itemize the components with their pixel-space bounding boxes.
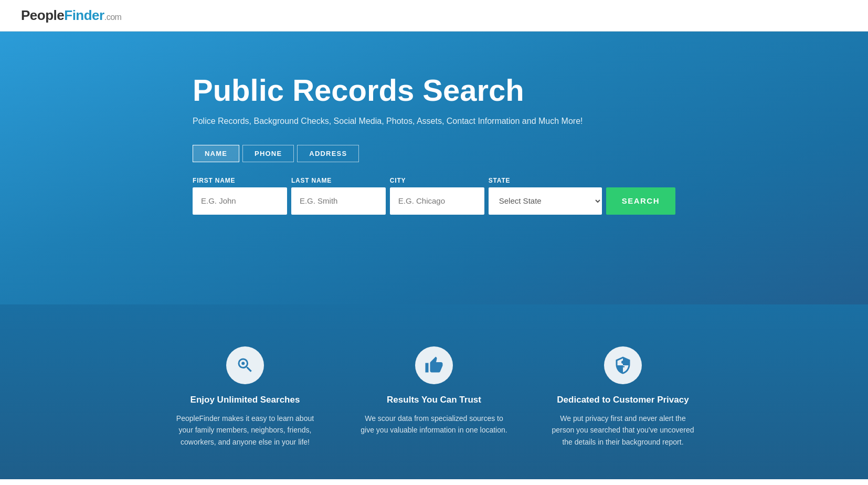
svg-point-0 [241, 362, 245, 365]
tab-address[interactable]: ADDRESS [297, 145, 359, 162]
state-label: STATE [489, 177, 602, 184]
hero-subtitle: Police Records, Background Checks, Socia… [193, 117, 675, 126]
logo-people: People [21, 7, 64, 23]
feature-privacy-desc: We put privacy first and never alert the… [549, 413, 696, 448]
feature-privacy: Dedicated to Customer Privacy We put pri… [549, 346, 696, 448]
features-section: Enjoy Unlimited Searches PeopleFinder ma… [0, 304, 868, 479]
feature-trust-desc: We scour data from specialized sources t… [361, 413, 507, 436]
feature-searches-desc: PeopleFinder makes it easy to learn abou… [172, 413, 319, 448]
search-tabs: NAME PHONE ADDRESS [193, 145, 675, 162]
page-title: Public Records Search [193, 73, 675, 107]
feature-trust: Results You Can Trust We scour data from… [361, 346, 507, 448]
last-name-label: LAST NAME [291, 177, 386, 184]
first-name-label: FIRST NAME [193, 177, 287, 184]
feature-trust-title: Results You Can Trust [387, 395, 481, 405]
logo-finder: Finder [64, 7, 104, 23]
features-grid: Enjoy Unlimited Searches PeopleFinder ma… [119, 346, 749, 448]
first-name-input[interactable] [193, 187, 287, 215]
feature-searches-title: Enjoy Unlimited Searches [190, 395, 300, 405]
city-input[interactable] [390, 187, 484, 215]
hero-section: Public Records Search Police Records, Ba… [0, 31, 868, 304]
search-icon [226, 346, 264, 384]
shield-icon [604, 346, 642, 384]
state-select[interactable]: Select StateAlabamaAlaskaArizonaArkansas… [489, 187, 602, 215]
state-group: STATE Select StateAlabamaAlaskaArizonaAr… [489, 177, 602, 215]
feature-searches: Enjoy Unlimited Searches PeopleFinder ma… [172, 346, 319, 448]
search-button[interactable]: SEARCH [606, 187, 675, 215]
logo: PeopleFinder.com [21, 7, 121, 24]
city-label: CITY [390, 177, 484, 184]
thumbsup-icon [415, 346, 453, 384]
search-form: FIRST NAME LAST NAME CITY STATE Select S… [193, 177, 675, 215]
tab-name[interactable]: NAME [193, 145, 239, 162]
logo-dot: .com [104, 13, 122, 22]
last-name-input[interactable] [291, 187, 386, 215]
last-name-group: LAST NAME [291, 177, 386, 215]
feature-privacy-title: Dedicated to Customer Privacy [557, 395, 689, 405]
first-name-group: FIRST NAME [193, 177, 287, 215]
city-group: CITY [390, 177, 484, 215]
svg-point-1 [621, 361, 624, 364]
header: PeopleFinder.com [0, 0, 868, 31]
tab-phone[interactable]: PHONE [242, 145, 294, 162]
